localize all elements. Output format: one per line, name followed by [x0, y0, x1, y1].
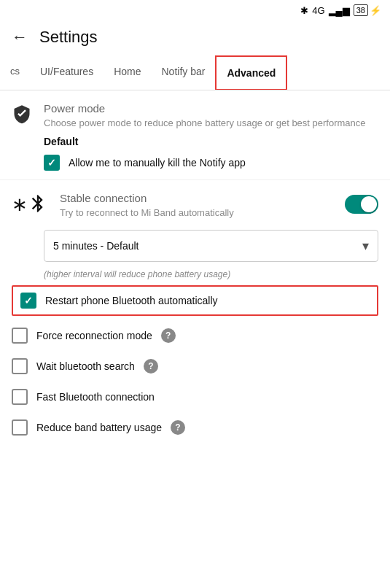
- battery-icon: 38 ⚡: [354, 4, 381, 16]
- interval-dropdown[interactable]: 5 minutes - Default ▾: [44, 230, 378, 262]
- power-mode-title: Power mode: [44, 102, 378, 115]
- wait-bluetooth-row: Wait bluetooth search ?: [12, 351, 378, 382]
- power-mode-desc: Choose power mode to reduce phone batter…: [44, 117, 378, 130]
- reduce-band-label: Reduce band battery usage: [36, 422, 162, 433]
- force-reconnection-label: Force reconnection mode: [36, 330, 152, 341]
- stable-connection-title: Stable connection: [60, 192, 234, 204]
- stable-connection-header: ∗ Stable connection Try to reconnect to …: [12, 192, 378, 225]
- force-reconnection-help-icon[interactable]: ?: [161, 328, 176, 343]
- reduce-band-checkbox[interactable]: [12, 419, 28, 436]
- other-checkboxes-section: Force reconnection mode ? Wait bluetooth…: [0, 316, 390, 447]
- tab-cs[interactable]: cs: [0, 55, 30, 90]
- header: ← Settings: [0, 19, 390, 55]
- charging-icon: ⚡: [370, 5, 381, 16]
- force-reconnection-row: Force reconnection mode ?: [12, 320, 378, 351]
- bluetooth-section-icon: ∗: [12, 193, 48, 216]
- stable-connection-text: Stable connection Try to reconnect to Mi…: [60, 192, 234, 225]
- dropdown-arrow-icon: ▾: [362, 238, 369, 254]
- tab-notify-bar[interactable]: Notify bar: [152, 55, 216, 90]
- stable-connection-body: Stable connection Try to reconnect to Mi…: [60, 192, 378, 225]
- power-mode-section: Power mode Choose power mode to reduce p…: [0, 90, 390, 180]
- status-bar-icons: ✱ 4G ▂▄▆ 38 ⚡: [300, 4, 381, 16]
- reduce-band-row: Reduce band battery usage ?: [12, 412, 378, 443]
- fast-bluetooth-row: Fast Bluetooth connection: [12, 382, 378, 412]
- shield-icon: [12, 104, 32, 124]
- restart-bluetooth-checkbox[interactable]: [20, 293, 36, 309]
- stable-connection-section: ∗ Stable connection Try to reconnect to …: [0, 180, 390, 225]
- tab-ui-features[interactable]: UI/Features: [30, 55, 104, 90]
- fast-bluetooth-checkbox[interactable]: [12, 389, 28, 405]
- stable-connection-toggle[interactable]: [345, 195, 378, 214]
- wait-bluetooth-help-icon[interactable]: ?: [144, 359, 158, 374]
- reduce-band-help-icon[interactable]: ?: [171, 420, 185, 435]
- allow-kill-row: Allow me to manually kill the Notify app: [44, 155, 378, 171]
- status-bar: ✱ 4G ▂▄▆ 38 ⚡: [0, 0, 390, 19]
- wait-bluetooth-checkbox[interactable]: [12, 358, 28, 374]
- signal-bars-icon: ▂▄▆: [329, 5, 350, 16]
- interval-dropdown-wrapper: 5 minutes - Default ▾: [44, 225, 378, 266]
- bluetooth-icon: ✱: [300, 5, 308, 16]
- restart-bluetooth-label: Restart phone Bluetooth automatically: [45, 295, 218, 306]
- signal-4g-label: 4G: [312, 5, 324, 16]
- force-reconnection-checkbox[interactable]: [12, 328, 28, 344]
- tab-bar: cs UI/Features Home Notify bar Advanced: [0, 55, 390, 90]
- tab-advanced[interactable]: Advanced: [215, 55, 287, 90]
- wait-bluetooth-label: Wait bluetooth search: [36, 360, 135, 372]
- restart-bluetooth-row: Restart phone Bluetooth automatically: [12, 285, 378, 316]
- power-mode-body: Power mode Choose power mode to reduce p…: [44, 102, 378, 171]
- content-area: Power mode Choose power mode to reduce p…: [0, 90, 390, 447]
- tab-home[interactable]: Home: [104, 55, 151, 90]
- interval-dropdown-value: 5 minutes - Default: [53, 240, 139, 252]
- fast-bluetooth-label: Fast Bluetooth connection: [36, 391, 155, 403]
- page-title: Settings: [39, 28, 98, 47]
- power-mode-default-label: Default: [44, 136, 378, 147]
- allow-kill-label: Allow me to manually kill the Notify app: [69, 157, 246, 169]
- stable-connection-desc: Try to reconnect to Mi Band automaticall…: [60, 206, 234, 220]
- back-button[interactable]: ←: [6, 25, 34, 50]
- interval-hint: (higher interval will reduce phone batte…: [0, 266, 390, 279]
- battery-level: 38: [354, 4, 368, 16]
- allow-kill-checkbox[interactable]: [44, 155, 60, 171]
